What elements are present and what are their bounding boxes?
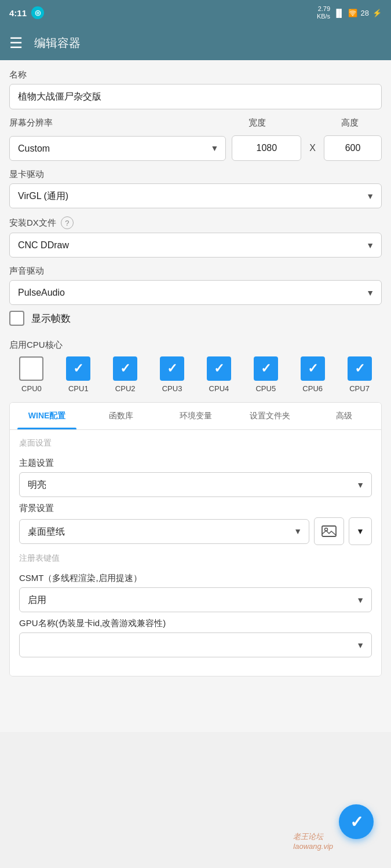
audio-driver-label: 声音驱动 xyxy=(9,266,382,277)
resolution-select-wrapper: Custom 800x600 1024x768 1280x720 1920x10… xyxy=(9,136,226,161)
name-label: 名称 xyxy=(9,69,382,80)
tab-libraries[interactable]: 函数库 xyxy=(84,403,158,429)
confirm-icon: ✓ xyxy=(350,812,363,832)
cpu7-checkbox[interactable] xyxy=(348,356,372,381)
cpu-item-2: CPU2 xyxy=(103,356,148,393)
tabs-header: WINE配置 函数库 环境变量 设置文件夹 高级 xyxy=(10,403,381,430)
resolution-label: 屏幕分辨率 xyxy=(9,117,214,128)
cpu5-label: CPU5 xyxy=(255,384,276,393)
svg-rect-0 xyxy=(322,526,336,536)
height-input[interactable] xyxy=(324,135,382,161)
signal-icon: ▐▌ xyxy=(334,9,344,17)
width-label: 宽度 xyxy=(220,117,295,128)
gpu-name-select-wrapper: ▼ xyxy=(19,632,372,657)
cpu0-label: CPU0 xyxy=(21,384,42,393)
dx-file-select[interactable]: CNC DDraw DirectX 9 DirectX 11 xyxy=(10,233,381,257)
cpu6-checkbox[interactable] xyxy=(301,356,325,381)
cpu0-checkbox[interactable] xyxy=(19,356,43,381)
theme-select-wrapper: 明亮 暗黑 ▼ xyxy=(19,472,372,497)
width-input[interactable] xyxy=(232,135,301,161)
battery-value: 28 xyxy=(361,9,369,17)
csmt-label: CSMT（多线程渲染,启用提速） xyxy=(10,567,381,587)
tab-env-vars[interactable]: 环境变量 xyxy=(158,403,232,429)
csmt-select[interactable]: 启用 禁用 xyxy=(20,588,371,612)
show-fps-label: 显示帧数 xyxy=(31,312,71,325)
cpu-item-6: CPU6 xyxy=(290,356,335,393)
tab-advanced[interactable]: 高级 xyxy=(307,403,381,429)
cpu6-label: CPU6 xyxy=(302,384,323,393)
cpu-section-label: 启用CPU核心 xyxy=(9,340,382,351)
charging-icon: ⚡ xyxy=(372,9,382,17)
cpu-item-4: CPU4 xyxy=(197,356,242,393)
dx-file-label-row: 安装DX文件 ? xyxy=(9,216,382,229)
menu-icon[interactable]: ☰ xyxy=(9,34,23,52)
tab-content-wine: 桌面设置 主题设置 明亮 暗黑 ▼ 背景设置 桌面壁纸 纯色 无 xyxy=(10,430,381,676)
desktop-group-label: 桌面设置 xyxy=(10,430,381,452)
cpu2-label: CPU2 xyxy=(115,384,136,393)
x-separator: X xyxy=(307,143,318,153)
gpu-driver-select[interactable]: VirGL (通用) llvmpipe Software xyxy=(10,184,381,208)
cpu-grid: CPU0 CPU1 CPU2 CPU3 CPU4 CPU5 CPU6 CPU7 xyxy=(9,356,382,393)
tab-config-folder[interactable]: 设置文件夹 xyxy=(233,403,307,429)
wifi-icon: 🛜 xyxy=(348,9,357,17)
csmt-select-wrapper: 启用 禁用 ▼ xyxy=(19,587,372,612)
bg-setting-row: 桌面壁纸 纯色 无 ▼ ▼ xyxy=(10,517,381,545)
gpu-driver-label: 显卡驱动 xyxy=(9,169,382,180)
gpu-name-label: GPU名称(伪装显卡id,改善游戏兼容性) xyxy=(10,612,381,632)
show-fps-row: 显示帧数 xyxy=(9,305,382,332)
cpu2-checkbox[interactable] xyxy=(113,356,137,381)
resolution-section: 屏幕分辨率 宽度 高度 Custom 800x600 1024x768 1280… xyxy=(9,117,382,161)
resolution-select[interactable]: Custom 800x600 1024x768 1280x720 1920x10… xyxy=(10,137,225,160)
cpu4-checkbox[interactable] xyxy=(207,356,231,381)
image-picker-button[interactable] xyxy=(314,517,344,545)
cpu1-label: CPU1 xyxy=(68,384,89,393)
resolution-row: Custom 800x600 1024x768 1280x720 1920x10… xyxy=(9,135,382,161)
bg-setting-label: 背景设置 xyxy=(10,497,381,517)
show-fps-checkbox[interactable] xyxy=(9,311,24,326)
bg-select-wrapper: 桌面壁纸 纯色 无 ▼ xyxy=(19,519,309,544)
cpu1-checkbox[interactable] xyxy=(66,356,90,381)
cpu-item-7: CPU7 xyxy=(337,356,382,393)
cpu3-checkbox[interactable] xyxy=(160,356,184,381)
cpu-item-1: CPU1 xyxy=(56,356,101,393)
content-area: 名称 屏幕分辨率 宽度 高度 Custom 800x600 1024x768 1… xyxy=(0,60,391,732)
theme-select[interactable]: 明亮 暗黑 xyxy=(20,473,371,496)
tabs-container: WINE配置 函数库 环境变量 设置文件夹 高级 桌面设置 主题设置 明 xyxy=(9,402,382,676)
cpu-item-3: CPU3 xyxy=(150,356,195,393)
confirm-fab[interactable]: ✓ xyxy=(339,804,374,839)
bg-select[interactable]: 桌面壁纸 纯色 无 xyxy=(20,520,309,543)
cpu3-label: CPU3 xyxy=(162,384,182,393)
audio-driver-select-wrapper: PulseAudio ALSA OSS ▼ xyxy=(9,280,382,305)
app-bar: ☰ 编辑容器 xyxy=(0,25,391,60)
cpu7-label: CPU7 xyxy=(349,384,370,393)
cpu4-label: CPU4 xyxy=(209,384,229,393)
gpu-driver-select-wrapper: VirGL (通用) llvmpipe Software ▼ xyxy=(9,183,382,208)
status-time: 4:11 ◎ xyxy=(9,6,44,19)
name-input[interactable] xyxy=(9,84,382,109)
app-icon: ◎ xyxy=(31,6,44,19)
registry-group-label: 注册表键值 xyxy=(10,545,381,567)
audio-driver-select[interactable]: PulseAudio ALSA OSS xyxy=(10,281,381,304)
cpu-item-5: CPU5 xyxy=(243,356,288,393)
status-bar: 4:11 ◎ 2.79 KB/s ▐▌ 🛜 28 ⚡ xyxy=(0,0,391,25)
gpu-name-select[interactable] xyxy=(20,633,371,657)
bg-image-dropdown[interactable]: ▼ xyxy=(349,517,372,545)
time-display: 4:11 xyxy=(9,8,27,18)
cpu-item-0: CPU0 xyxy=(9,356,54,393)
theme-setting-label: 主题设置 xyxy=(10,452,381,472)
tab-wine-config[interactable]: WINE配置 xyxy=(10,403,84,429)
watermark: 老王论坛 laowang.vip xyxy=(293,832,333,851)
height-label: 高度 xyxy=(318,117,382,128)
battery-display: 28 xyxy=(361,9,369,17)
status-icons: 2.79 KB/s ▐▌ 🛜 28 ⚡ xyxy=(317,5,382,20)
dx-file-label: 安装DX文件 xyxy=(9,218,56,229)
help-icon[interactable]: ? xyxy=(61,216,74,229)
app-bar-title: 编辑容器 xyxy=(34,35,81,51)
speed-display: 2.79 KB/s xyxy=(317,5,330,20)
dx-file-select-wrapper: CNC DDraw DirectX 9 DirectX 11 ▼ xyxy=(9,233,382,258)
cpu5-checkbox[interactable] xyxy=(254,356,278,381)
